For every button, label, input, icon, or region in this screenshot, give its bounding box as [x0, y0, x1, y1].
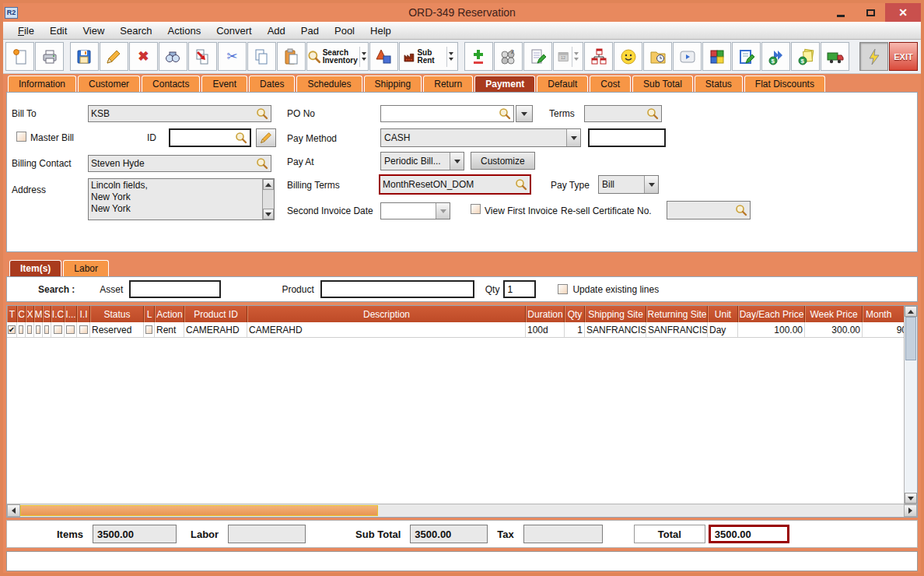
billing-contact-field[interactable]: Steven Hyde — [88, 155, 271, 172]
address-field[interactable]: Lincoln fields, New York New York — [88, 178, 275, 220]
tab-dates[interactable]: Dates — [249, 76, 295, 92]
print-button[interactable] — [35, 42, 64, 71]
id-field[interactable] — [169, 128, 251, 147]
menu-convert[interactable]: Convert — [209, 23, 259, 38]
tab-information[interactable]: Information — [8, 76, 76, 92]
tab-flat-discounts[interactable]: Flat Discounts — [744, 76, 825, 92]
table-vertical-scrollbar[interactable] — [904, 306, 917, 504]
product-input[interactable] — [320, 280, 474, 298]
row-check-idots[interactable] — [66, 325, 75, 334]
col-month-price[interactable]: Month — [863, 306, 904, 322]
menu-pad[interactable]: Pad — [294, 23, 326, 38]
inventory-cubes-button[interactable] — [702, 42, 731, 71]
col-m[interactable]: M — [34, 306, 43, 322]
billing-terms-field[interactable]: MonthResetON_DOM — [379, 174, 531, 195]
cut-button[interactable]: ✂ — [218, 42, 247, 71]
col-ic[interactable]: I.C — [51, 306, 65, 322]
scroll-track[interactable] — [378, 504, 904, 517]
scroll-thumb[interactable] — [20, 505, 378, 516]
update-existing-lines-checkbox[interactable] — [558, 284, 568, 294]
scroll-down-button[interactable] — [263, 209, 274, 220]
sub-rent-dropdown[interactable] — [446, 47, 455, 67]
menu-add[interactable]: Add — [261, 23, 292, 38]
master-bill-checkbox[interactable] — [16, 132, 26, 142]
qty-input[interactable] — [503, 280, 536, 298]
search-inventory-dropdown[interactable] — [359, 47, 368, 67]
search-icon[interactable] — [499, 107, 511, 120]
terms-field[interactable] — [584, 105, 662, 122]
second-invoice-date-combo[interactable] — [380, 202, 450, 220]
contact-button[interactable] — [614, 42, 642, 71]
invoice-notes-button[interactable]: $ — [791, 42, 820, 71]
asset-input[interactable] — [129, 280, 221, 298]
col-product-id[interactable]: Product ID — [184, 306, 247, 322]
tab-default[interactable]: Default — [537, 76, 588, 92]
paste-button[interactable] — [277, 42, 306, 71]
tab-cost[interactable]: Cost — [590, 76, 631, 92]
tab-return[interactable]: Return — [423, 76, 473, 92]
col-t[interactable]: T — [7, 306, 17, 322]
tab-status[interactable]: Status — [695, 76, 743, 92]
col-idots[interactable]: I... — [65, 306, 77, 322]
shortcut-key-button[interactable] — [673, 42, 702, 71]
row-check-c[interactable] — [19, 325, 23, 334]
search-inventory-button[interactable]: Search Inventory — [306, 42, 369, 71]
col-x[interactable]: X — [26, 306, 34, 322]
menu-pool[interactable]: Pool — [327, 23, 362, 38]
search-icon[interactable] — [235, 132, 247, 144]
bill-to-field[interactable]: KSB — [88, 105, 271, 122]
group-button[interactable]: ? — [494, 42, 523, 71]
edit-button[interactable] — [100, 42, 128, 71]
copy-button[interactable] — [247, 42, 276, 71]
menu-search[interactable]: Search — [113, 23, 159, 38]
col-returning-site[interactable]: Returning Site — [646, 306, 708, 322]
scroll-left-button[interactable] — [7, 504, 20, 517]
tab-items[interactable]: Item(s) — [9, 260, 61, 276]
col-week-price[interactable]: Week Price — [805, 306, 863, 322]
col-ii[interactable]: I.I — [77, 306, 90, 322]
col-unit[interactable]: Unit — [708, 306, 738, 322]
second-invoice-date-dropdown-button[interactable] — [436, 203, 450, 219]
row-check-x[interactable] — [27, 325, 32, 334]
col-day-each-price[interactable]: Day/Each Price — [738, 306, 805, 322]
billing-forward-button[interactable]: $ — [761, 42, 790, 71]
tab-labor[interactable]: Labor — [63, 260, 109, 276]
scroll-track[interactable] — [905, 360, 917, 493]
address-text[interactable]: Lincoln fields, New York New York — [89, 179, 262, 220]
col-status[interactable]: Status — [90, 306, 144, 322]
row-check-m[interactable] — [36, 325, 40, 334]
search-icon[interactable] — [735, 204, 747, 216]
search-icon[interactable] — [256, 107, 268, 120]
view-first-invoice-checkbox[interactable] — [471, 204, 481, 214]
tab-payment[interactable]: Payment — [474, 76, 535, 92]
table-row[interactable]: Reserved Rent CAMERAHD CAMERAHD 100d 1 S… — [7, 322, 904, 338]
pay-type-dropdown-button[interactable] — [644, 176, 658, 193]
row-check-l[interactable] — [145, 325, 152, 334]
pay-method-combo[interactable]: CASH — [380, 128, 581, 147]
scroll-track[interactable] — [263, 190, 274, 209]
search-icon[interactable] — [646, 107, 659, 120]
col-description[interactable]: Description — [247, 306, 526, 322]
sub-rent-button[interactable]: Sub Rent — [399, 42, 458, 71]
row-check-s[interactable] — [44, 325, 49, 334]
pay-at-combo[interactable]: Periodic Bill... — [380, 152, 464, 170]
copy-jump-button[interactable] — [188, 42, 217, 71]
notes-button[interactable] — [523, 42, 552, 71]
col-qty[interactable]: Qty — [565, 306, 585, 322]
add-line-button[interactable] — [464, 42, 493, 71]
search-icon[interactable] — [515, 178, 527, 191]
pay-type-combo[interactable]: Bill — [598, 175, 659, 194]
shipping-truck-button[interactable] — [821, 42, 849, 71]
save-button[interactable] — [70, 42, 99, 71]
tab-schedules[interactable]: Schedules — [296, 76, 362, 92]
scroll-up-button[interactable] — [905, 306, 917, 317]
menu-help[interactable]: Help — [363, 23, 398, 38]
pay-method-dropdown-button[interactable] — [566, 129, 580, 146]
tab-shipping[interactable]: Shipping — [364, 76, 422, 92]
id-edit-button[interactable] — [256, 128, 276, 147]
menu-view[interactable]: View — [75, 23, 111, 38]
table-horizontal-scrollbar[interactable] — [7, 504, 917, 517]
col-c[interactable]: C — [17, 306, 26, 322]
tab-sub-total[interactable]: Sub Total — [632, 76, 693, 92]
customize-button[interactable]: Customize — [471, 152, 535, 170]
